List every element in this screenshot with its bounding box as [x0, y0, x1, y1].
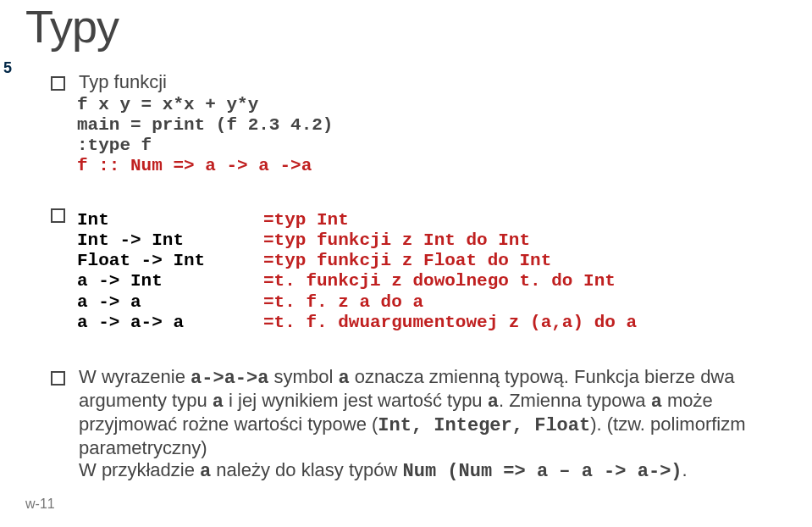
code-block-1: Typ funkcji f x y = x*x + y*y main = pri…	[51, 71, 333, 177]
table-row: a -> Int =t. funkcji z dowolnego t. do I…	[77, 271, 637, 291]
bullet-icon	[51, 371, 65, 386]
bullet-heading: Typ funkcji	[79, 71, 167, 93]
type-left: Float -> Int	[77, 251, 263, 271]
table-row: a -> a-> a =t. f. dwuargumentowej z (a,a…	[77, 313, 637, 333]
table-row: Int =typ Int	[77, 210, 637, 230]
table-row: Int -> Int =typ funkcji z Int do Int	[77, 230, 637, 251]
description-block: W wyrazenie a->a->a symbol a oznacza zmi…	[51, 366, 770, 485]
code-line-result: f :: Num => a -> a ->a	[77, 156, 333, 176]
bullet-icon	[51, 208, 65, 223]
slide-title: Typy	[25, 0, 119, 53]
type-right: =t. f. z a do a	[263, 292, 423, 313]
type-right: =typ Int	[263, 210, 349, 230]
bullet-icon	[51, 76, 65, 91]
code-line: main = print (f 2.3 4.2)	[77, 115, 333, 136]
table-row: a -> a =t. f. z a do a	[77, 292, 637, 313]
type-right: =typ funkcji z Int do Int	[263, 230, 530, 251]
slide-number: 5	[3, 59, 12, 77]
code-line: f x y = x*x + y*y	[77, 95, 333, 115]
description-paragraph: W wyrazenie a->a->a symbol a oznacza zmi…	[79, 366, 770, 483]
type-left: a -> a-> a	[77, 313, 263, 333]
type-right: =t. funkcji z dowolnego t. do Int	[263, 271, 616, 291]
code-line: :type f	[77, 136, 333, 156]
footer-label: w-11	[25, 496, 55, 512]
type-right: =t. f. dwuargumentowej z (a,a) do a	[263, 313, 637, 333]
type-left: a -> a	[77, 292, 263, 313]
type-table: Int =typ Int Int -> Int =typ funkcji z I…	[51, 203, 637, 333]
type-left: Int	[77, 210, 263, 230]
type-left: Int -> Int	[77, 230, 263, 251]
table-row: Float -> Int =typ funkcji z Float do Int	[77, 251, 637, 271]
type-right: =typ funkcji z Float do Int	[263, 251, 551, 271]
type-left: a -> Int	[77, 271, 263, 291]
